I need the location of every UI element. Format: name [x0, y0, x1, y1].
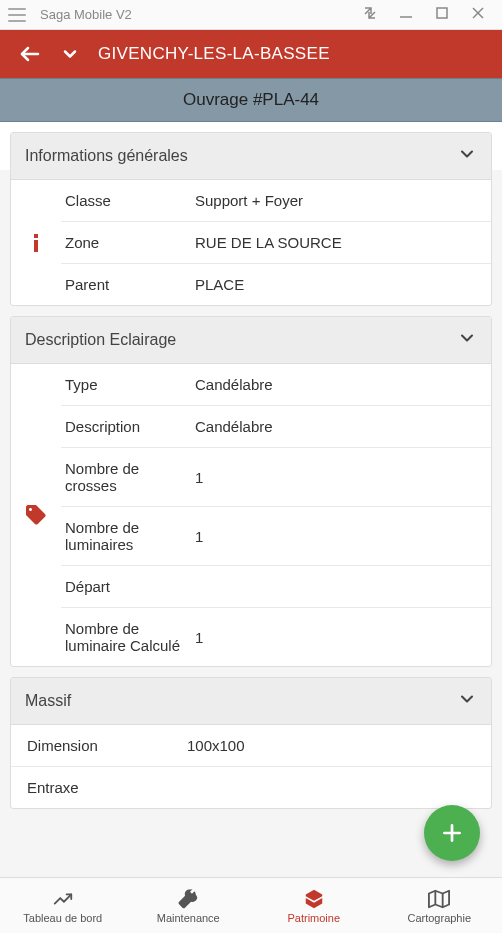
field-label: Description — [65, 418, 195, 435]
field-label: Nombre de crosses — [65, 460, 195, 494]
back-button[interactable] — [18, 42, 42, 66]
page-title: GIVENCHY-LES-LA-BASSEE — [98, 44, 330, 64]
window-expand-icon[interactable] — [362, 5, 378, 24]
tag-icon — [11, 364, 61, 666]
app-header: GIVENCHY-LES-LA-BASSEE — [0, 30, 502, 78]
window-maximize-icon[interactable] — [434, 5, 450, 24]
window-close-icon[interactable] — [470, 5, 486, 24]
section-informations-generales: Informations générales Classe Support + … — [10, 132, 492, 306]
bottom-nav: Tableau de bord Maintenance Patrimoine C… — [0, 877, 502, 933]
row-description: Description Candélabre — [61, 406, 491, 448]
header-dropdown-icon[interactable] — [60, 44, 80, 64]
field-label: Dimension — [17, 737, 187, 754]
row-entraxe: Entraxe — [11, 767, 491, 808]
content-area: Informations générales Classe Support + … — [0, 126, 502, 877]
field-value: 1 — [195, 469, 483, 486]
hamburger-icon[interactable] — [8, 8, 26, 22]
nav-label: Patrimoine — [287, 912, 340, 924]
chevron-down-icon — [457, 144, 477, 168]
section-header-massif[interactable]: Massif — [11, 678, 491, 725]
field-label: Entraxe — [17, 779, 187, 796]
info-icon — [11, 180, 61, 305]
row-classe: Classe Support + Foyer — [61, 180, 491, 222]
section-description-eclairage: Description Eclairage Type Candélabre De… — [10, 316, 492, 667]
row-type: Type Candélabre — [61, 364, 491, 406]
row-parent: Parent PLACE — [61, 264, 491, 305]
window-minimize-icon[interactable] — [398, 5, 414, 24]
field-value: 1 — [195, 629, 483, 646]
field-label: Nombre de luminaires — [65, 519, 195, 553]
field-label: Nombre de luminaire Calculé — [65, 620, 195, 654]
nav-label: Cartographie — [407, 912, 471, 924]
field-label: Zone — [65, 234, 195, 251]
window-titlebar: Saga Mobile V2 — [0, 0, 502, 30]
field-label: Type — [65, 376, 195, 393]
svg-marker-16 — [429, 890, 449, 907]
field-label: Départ — [65, 578, 195, 595]
row-dimension: Dimension 100x100 — [11, 725, 491, 767]
section-header-informations[interactable]: Informations générales — [11, 133, 491, 180]
field-label: Parent — [65, 276, 195, 293]
field-value: Candélabre — [195, 418, 483, 435]
section-header-description[interactable]: Description Eclairage — [11, 317, 491, 364]
chevron-down-icon — [457, 689, 477, 713]
section-title: Description Eclairage — [25, 331, 176, 349]
window-title: Saga Mobile V2 — [40, 7, 362, 22]
row-crosses: Nombre de crosses 1 — [61, 448, 491, 507]
nav-label: Tableau de bord — [23, 912, 102, 924]
row-lumcalc: Nombre de luminaire Calculé 1 — [61, 608, 491, 666]
svg-rect-1 — [437, 8, 447, 18]
section-title: Massif — [25, 692, 71, 710]
nav-maintenance[interactable]: Maintenance — [126, 878, 252, 933]
field-value: Support + Foyer — [195, 192, 483, 209]
add-button[interactable] — [424, 805, 480, 861]
chevron-down-icon — [457, 328, 477, 352]
section-massif: Massif Dimension 100x100 Entraxe — [10, 677, 492, 809]
row-depart: Départ — [61, 566, 491, 608]
nav-dashboard[interactable]: Tableau de bord — [0, 878, 126, 933]
field-value: 1 — [195, 528, 483, 545]
field-label: Classe — [65, 192, 195, 209]
nav-patrimoine[interactable]: Patrimoine — [251, 878, 377, 933]
section-title: Informations générales — [25, 147, 188, 165]
row-luminaires: Nombre de luminaires 1 — [61, 507, 491, 566]
field-value: 100x100 — [187, 737, 483, 754]
subheader-title: Ouvrage #PLA-44 — [0, 78, 502, 122]
nav-label: Maintenance — [157, 912, 220, 924]
field-value: PLACE — [195, 276, 483, 293]
field-value: Candélabre — [195, 376, 483, 393]
nav-cartographie[interactable]: Cartographie — [377, 878, 503, 933]
svg-rect-12 — [34, 234, 38, 238]
field-value: RUE DE LA SOURCE — [195, 234, 483, 251]
row-zone: Zone RUE DE LA SOURCE — [61, 222, 491, 264]
svg-rect-13 — [34, 240, 38, 252]
